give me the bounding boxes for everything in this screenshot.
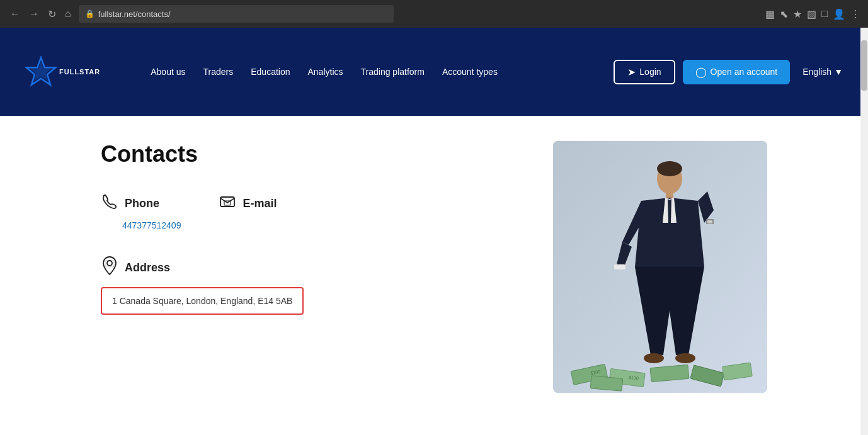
svg-point-12 [675,353,695,363]
account-icon[interactable]: 👤 [833,8,845,20]
logo[interactable]: FULLSTAR [25,56,100,88]
forward-button[interactable]: → [26,7,42,21]
phone-value[interactable]: 447377512409 [122,220,181,230]
email-icon [219,193,236,214]
svg-rect-20 [590,376,623,391]
login-icon: ➤ [627,66,636,78]
nav-analytics[interactable]: Analytics [308,67,343,77]
browser-chrome: ← → ↻ ⌂ 🔒 fullstar.net/contacts/ ▩ ⬉ ★ ▧… [0,0,868,28]
star-logo-icon [25,56,57,88]
menu-button[interactable]: ⋮ [850,8,860,20]
login-button[interactable]: ➤ Login [614,60,675,84]
svg-point-11 [644,353,664,363]
nav-trading-platform[interactable]: Trading platform [361,67,425,77]
language-text: English [802,67,831,77]
home-button[interactable]: ⌂ [62,7,74,21]
share-button[interactable]: ⬉ [780,8,788,20]
language-selector[interactable]: English ▼ [802,67,843,77]
login-label: Login [639,67,661,77]
scrollbar-thumb[interactable] [861,40,867,91]
browser-nav-buttons: ← → ↻ ⌂ [8,7,74,21]
svg-point-8 [657,161,682,176]
nav-actions: ➤ Login ◯ Open an account English ▼ [614,60,843,84]
logo-text: FULLSTAR [59,68,100,76]
phone-icon [101,193,118,214]
email-header: E-mail [219,193,277,214]
address-bar[interactable]: 🔒 fullstar.net/contacts/ [79,5,394,23]
nav-about-us[interactable]: About us [151,67,185,77]
email-contact-item: E-mail [219,193,277,230]
chevron-down-icon: ▼ [834,67,843,77]
cast-button[interactable]: ▩ [765,8,775,20]
svg-point-4 [107,261,112,266]
lock-icon: 🔒 [85,9,94,18]
browser-actions: ▩ ⬉ ★ ▧ □ 👤 ⋮ [765,8,860,20]
refresh-button[interactable]: ↻ [45,7,59,21]
nav-traders[interactable]: Traders [203,67,234,77]
scrollbar[interactable] [860,28,868,418]
nav-education[interactable]: Education [251,67,290,77]
url-text: fullstar.net/contacts/ [98,9,171,19]
contacts-right-panel: $100 $100 [553,141,767,393]
svg-rect-17 [650,364,689,381]
open-account-label: Open an account [711,67,778,77]
address-header: Address [101,256,515,280]
open-account-button[interactable]: ◯ Open an account [683,60,791,84]
svg-rect-10 [614,264,625,269]
account-open-icon: ◯ [695,66,707,78]
contacts-left-panel: Contacts Phone 447377512409 [101,141,515,393]
email-label: E-mail [243,197,277,210]
person-figure-svg: $100 $100 [553,141,767,393]
back-button[interactable]: ← [8,7,23,21]
profile-button[interactable]: □ [821,8,828,20]
main-content: Contacts Phone 447377512409 [0,116,868,418]
nav-links: About us Traders Education Analytics Tra… [151,67,614,77]
nav-account-types[interactable]: Account types [442,67,498,77]
bookmark-button[interactable]: ★ [793,8,802,20]
navbar: FULLSTAR About us Traders Education Anal… [0,28,868,116]
address-map-icon [101,256,118,280]
phone-contact-item: Phone 447377512409 [101,193,181,230]
page-title: Contacts [101,141,515,167]
extensions-button[interactable]: ▧ [807,8,816,20]
address-section: Address 1 Canada Square, London, England… [101,256,515,315]
contact-section: Phone 447377512409 E-mail [101,193,515,230]
address-label: Address [125,261,170,274]
person-image: $100 $100 [553,141,767,393]
svg-rect-14 [707,220,712,223]
address-value: 1 Canada Square, London, England, E14 5A… [101,287,304,315]
phone-label: Phone [125,197,159,210]
phone-header: Phone [101,193,181,214]
